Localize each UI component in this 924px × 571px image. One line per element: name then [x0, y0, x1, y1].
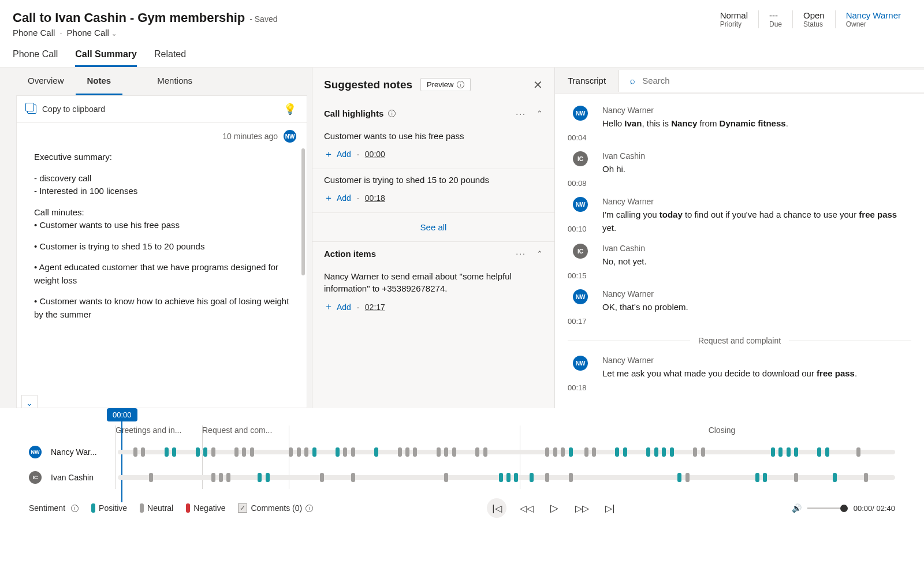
comments-toggle[interactable]: ✓ Comments (0) i	[238, 503, 313, 513]
forward-button[interactable]: ▷▷	[575, 503, 590, 514]
scrollbar-thumb[interactable]	[301, 148, 305, 275]
sentiment-tick	[771, 447, 775, 457]
playback-controls: |◁ ◁◁ ▷ ▷▷ ▷|	[487, 498, 617, 518]
transcript-text: I'm calling you today to find out if you…	[602, 208, 911, 234]
sentiment-tick	[343, 447, 347, 457]
sentiment-tick	[336, 447, 340, 457]
transcript-msg: NW 00:18 Nancy Warner Let me ask you wha…	[568, 351, 911, 397]
info-icon[interactable]: i	[71, 505, 79, 512]
sentiment-tick	[561, 447, 565, 457]
sentiment-tick	[297, 447, 301, 457]
sentiment-tick	[677, 473, 681, 482]
tab-related[interactable]: Related	[154, 49, 186, 67]
segment-separator: Request and complaint	[568, 336, 911, 345]
tab-phone-call[interactable]: Phone Call	[13, 49, 58, 67]
due-field[interactable]: ---Due	[758, 10, 792, 28]
volume-icon[interactable]: 🔊	[792, 503, 802, 513]
highlight-item: Customer wants to use his free pass ＋Add…	[312, 125, 554, 169]
transcript-msg: IC 00:08 Ivan Cashin Oh hi.	[568, 147, 911, 192]
skip-end-button[interactable]: ▷|	[602, 503, 617, 514]
subtab-overview[interactable]: Overview	[16, 68, 76, 95]
sentiment-tick	[545, 447, 549, 457]
notes-column: Overview Notes Mentions Copy to clipboar…	[0, 68, 312, 408]
sentiment-tick	[569, 447, 573, 457]
sentiment-tick	[794, 473, 798, 482]
sentiment-tick	[141, 447, 145, 457]
suggested-notes-title: Suggested notes	[324, 79, 412, 91]
notes-timestamp: 10 minutes ago	[222, 132, 278, 141]
add-action-button[interactable]: ＋Add	[324, 301, 351, 313]
transcript-msg: NW 00:10 Nancy Warner I'm calling you to…	[568, 192, 911, 239]
close-suggested-button[interactable]: ✕	[533, 79, 543, 91]
sentiment-tick	[763, 473, 767, 482]
timestamp-link[interactable]: 02:17	[365, 303, 385, 312]
more-icon[interactable]: ···	[516, 249, 526, 258]
status-field[interactable]: OpenStatus	[792, 10, 835, 28]
transcript-msg: IC 00:15 Ivan Cashin No, not yet.	[568, 239, 911, 285]
action-items-header: Action items ··· ⌃	[312, 242, 554, 266]
transcript-msg: NW 00:04 Nancy Warner Hello Ivan, this i…	[568, 101, 911, 147]
preview-badge[interactable]: Previewi	[420, 78, 471, 91]
sentiment-tick	[670, 447, 674, 457]
sentiment-tick	[693, 447, 697, 457]
collapse-notes-button[interactable]: ⌄	[21, 395, 38, 408]
info-icon: i	[305, 505, 313, 512]
sentiment-tick	[312, 447, 316, 457]
sentiment-track[interactable]	[118, 450, 895, 454]
sentiment-tick	[258, 473, 262, 482]
add-highlight-button[interactable]: ＋Add	[324, 148, 351, 161]
add-highlight-button[interactable]: ＋Add	[324, 192, 351, 204]
sentiment-tick	[413, 447, 417, 457]
chevron-up-icon[interactable]: ⌃	[536, 109, 543, 118]
priority-field[interactable]: NormalPriority	[710, 10, 758, 28]
sentiment-tick	[662, 447, 666, 457]
info-icon[interactable]: i	[388, 110, 396, 117]
sentiment-tick	[133, 447, 137, 457]
sentiment-tick	[615, 447, 619, 457]
speaker-avatar: NW	[573, 289, 588, 304]
see-all-link[interactable]: See all	[312, 213, 554, 242]
copy-to-clipboard-button[interactable]: Copy to clipboard	[27, 105, 105, 114]
search-input[interactable]	[642, 76, 914, 85]
rewind-button[interactable]: ◁◁	[519, 503, 534, 514]
volume-slider[interactable]	[807, 507, 848, 509]
transcript-title: Transcript	[555, 68, 619, 94]
lightbulb-icon[interactable]: 💡	[284, 103, 296, 115]
title-block: Call to Ivan Cashin - Gym membership - S…	[13, 10, 277, 38]
play-button[interactable]: ▷	[547, 502, 562, 514]
sentiment-tick	[149, 473, 153, 482]
timestamp-link[interactable]: 00:18	[365, 193, 385, 203]
sentiment-tick	[452, 447, 456, 457]
transcript-search[interactable]: ⌕	[619, 70, 924, 92]
subtab-blank	[122, 68, 146, 95]
timestamp-link[interactable]: 00:00	[365, 150, 385, 159]
sentiment-tick	[219, 473, 223, 482]
chevron-up-icon[interactable]: ⌃	[536, 249, 543, 258]
segment-labels: Greetings and in... Request and com... C…	[29, 408, 924, 439]
subtab-mentions[interactable]: Mentions	[146, 68, 204, 95]
sentiment-tick	[592, 447, 596, 457]
sentiment-tick	[499, 473, 503, 482]
tab-call-summary[interactable]: Call Summary	[75, 49, 137, 67]
more-icon[interactable]: ···	[516, 109, 526, 118]
sentiment-legend: Sentiment i	[29, 503, 79, 513]
sentiment-tick	[864, 473, 868, 482]
positive-swatch	[91, 503, 95, 513]
sentiment-tick	[398, 447, 402, 457]
sentiment-tick	[437, 447, 441, 457]
sentiment-track[interactable]	[118, 475, 895, 480]
call-highlights-header: Call highlights i ··· ⌃	[312, 102, 554, 125]
sentiment-tick	[320, 473, 324, 482]
owner-field[interactable]: Nancy WarnerOwner	[835, 10, 911, 28]
sentiment-tick	[654, 447, 658, 457]
skip-start-button[interactable]: |◁	[487, 498, 506, 518]
info-icon: i	[457, 81, 464, 88]
form-selector[interactable]: Phone Call ⌄	[67, 28, 117, 38]
speaker-avatar: NW	[573, 106, 588, 121]
transcript-body[interactable]: NW 00:04 Nancy Warner Hello Ivan, this i…	[555, 94, 924, 408]
transcript-msg: NW 00:17 Nancy Warner OK, that's no prob…	[568, 285, 911, 330]
sentiment-tick	[165, 447, 169, 457]
notes-body[interactable]: Executive summary: - discovery call- Int…	[17, 145, 307, 408]
subtab-notes[interactable]: Notes	[76, 68, 123, 95]
plus-icon: ＋	[324, 192, 333, 204]
